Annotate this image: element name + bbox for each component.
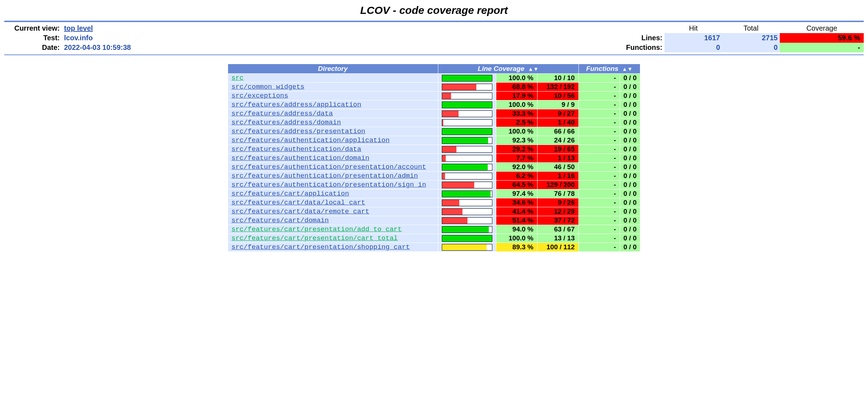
dir-cell: src/features/address/application [228,100,438,109]
lines-coverage: 59.6 % [780,33,864,43]
sort-icon: ▲▼ [618,66,633,72]
func-count: 0 / 0 [620,154,640,162]
coverage-bar [442,235,492,242]
directory-link[interactable]: src/features/address/presentation [232,127,365,135]
dir-cell: src/features/authentication/presentation… [228,172,438,180]
line-pct: 2.5 % [496,118,537,127]
dir-cell: src/features/cart/domain [228,216,438,225]
directory-link[interactable]: src/features/authentication/presentation… [232,181,426,189]
func-count: 0 / 0 [620,92,640,100]
directory-link[interactable]: src/features/authentication/presentation… [232,172,418,180]
directory-link[interactable]: src/features/cart/data/remote_cart [232,208,370,215]
func-count: 0 / 0 [620,234,640,243]
func-count: 0 / 0 [620,127,640,136]
dir-cell: src/common_widgets [228,83,438,91]
directory-link[interactable]: src/features/cart/domain [232,217,329,224]
header-total: Total [722,24,780,33]
table-row: src/features/authentication/domain7.7 %1… [228,154,640,162]
func-count: 0 / 0 [620,189,640,198]
table-row: src/features/authentication/presentation… [228,181,640,189]
bar-cell [438,225,496,234]
table-row: src/features/cart/application97.4 %76 / … [228,189,640,198]
lines-total: 2715 [722,33,780,43]
coverage-bar-fill [442,226,489,233]
line-count: 13 / 13 [538,234,578,243]
link-top-level[interactable]: top level [64,24,93,32]
value-current-view: top level [62,24,593,33]
func-count: 0 / 0 [620,207,640,216]
func-pct: - [579,74,620,82]
functions-coverage: - [780,43,864,52]
dir-cell: src/features/address/data [228,109,438,118]
directory-link[interactable]: src/exceptions [232,92,289,100]
func-pct: - [579,225,620,234]
coverage-bar [442,164,492,171]
func-pct: - [579,198,620,207]
func-count: 0 / 0 [620,109,640,118]
directory-link[interactable]: src/common_widgets [232,83,305,91]
line-count: 19 / 65 [538,145,578,153]
lines-hit: 1617 [665,33,722,43]
directory-link[interactable]: src/features/authentication/presentation… [232,163,426,171]
directory-link[interactable]: src/features/address/data [232,110,333,118]
func-pct: - [579,92,620,100]
bar-cell [438,234,496,243]
directory-link[interactable]: src/features/cart/application [232,190,349,198]
func-pct: - [579,109,620,118]
coverage-bar [442,191,492,197]
line-count: 9 / 26 [538,198,578,207]
bar-cell [438,243,496,251]
bar-cell [438,154,496,162]
dir-cell: src/features/address/domain [228,118,438,127]
line-count: 100 / 112 [538,243,578,251]
directory-link[interactable]: src/features/cart/data/local_cart [232,199,365,207]
directory-link[interactable]: src/features/authentication/data [232,145,361,153]
line-pct: 29.2 % [496,145,537,153]
table-row: src/features/cart/data/local_cart34.6 %9… [228,198,640,207]
dir-cell: src/features/cart/presentation/add_to_ca… [228,225,438,234]
line-pct: 17.9 % [496,92,537,100]
coverage-bar-fill [442,200,459,206]
col-functions[interactable]: Functions ▲▼ [579,64,640,73]
func-count: 0 / 0 [620,83,640,91]
coverage-bar [442,146,492,153]
coverage-bar [442,226,492,233]
func-pct: - [579,127,620,136]
bar-cell [438,181,496,189]
line-count: 37 / 72 [538,216,578,225]
directory-link[interactable]: src/features/authentication/domain [232,154,370,162]
coverage-bar [442,119,492,126]
coverage-bar-fill [442,191,491,197]
directory-link[interactable]: src/features/cart/presentation/add_to_ca… [232,225,402,233]
coverage-bar [442,128,492,135]
dir-cell: src/features/authentication/domain [228,154,438,162]
bar-cell [438,83,496,91]
coverage-bar [442,173,492,179]
table-row: src100.0 %10 / 10-0 / 0 [228,74,640,82]
line-pct: 51.4 % [496,216,537,225]
coverage-bar-fill [442,84,476,90]
bar-cell [438,118,496,127]
sort-icon: ▲▼ [524,66,539,72]
func-count: 0 / 0 [620,225,640,234]
line-pct: 100.0 % [496,127,537,136]
directory-link[interactable]: src/features/cart/presentation/shopping_… [232,243,410,251]
line-pct: 33.3 % [496,109,537,118]
dir-cell: src/features/cart/data/local_cart [228,198,438,207]
directory-link[interactable]: src [232,74,244,82]
directory-link[interactable]: src/features/authentication/application [232,136,390,144]
col-line-coverage[interactable]: Line Coverage ▲▼ [438,64,578,73]
table-row: src/features/authentication/data29.2 %19… [228,145,640,153]
functions-hit: 0 [665,43,722,52]
label-test: Test: [4,33,62,43]
bar-cell [438,74,496,82]
value-date: 2022-04-03 10:59:38 [62,43,593,52]
func-pct: - [579,181,620,189]
col-directory[interactable]: Directory [228,64,438,73]
coverage-bar [442,93,492,99]
directory-link[interactable]: src/features/address/application [232,101,361,109]
coverage-bar [442,208,492,215]
directory-link[interactable]: src/features/cart/presentation/cart_tota… [232,234,398,242]
func-pct: - [579,154,620,162]
directory-link[interactable]: src/features/address/domain [232,119,341,126]
